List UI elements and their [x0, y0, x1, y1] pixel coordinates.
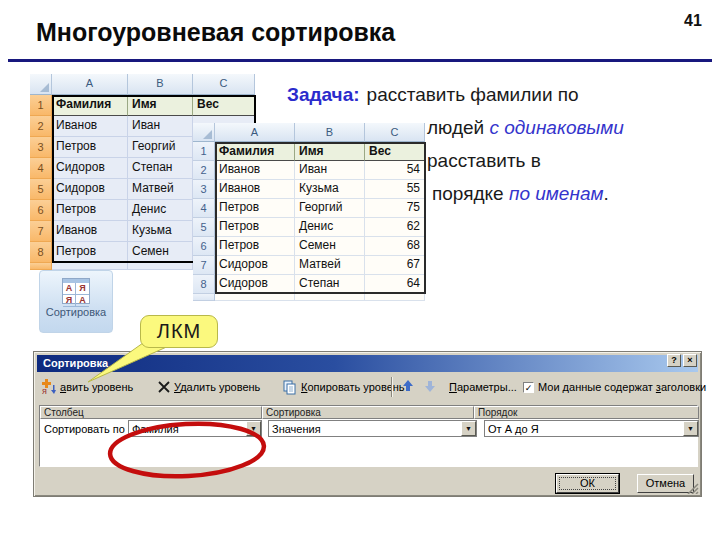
- row-header[interactable]: 8: [30, 242, 52, 263]
- move-up-button[interactable]: [400, 379, 416, 395]
- resize-grip[interactable]: [687, 483, 699, 494]
- table-cell-header[interactable]: Вес: [365, 142, 425, 161]
- row-header[interactable]: 1: [193, 142, 215, 161]
- table-cell[interactable]: 62: [365, 218, 425, 237]
- task-text-line2: людей с одинаковыми: [427, 117, 624, 139]
- select-all-corner[interactable]: [30, 74, 52, 95]
- row-header[interactable]: 3: [193, 180, 215, 199]
- table-cell[interactable]: Иванов: [215, 180, 295, 199]
- move-down-button[interactable]: [422, 379, 438, 395]
- table-cell-header[interactable]: Фамилия: [52, 95, 128, 116]
- table-cell[interactable]: 54: [365, 161, 425, 180]
- delete-level-label: далить уровень: [180, 381, 260, 393]
- table-cell[interactable]: [215, 294, 295, 301]
- row-header[interactable]: 1: [30, 95, 52, 116]
- row-header[interactable]: 6: [30, 200, 52, 221]
- table-cell[interactable]: Сидоров: [52, 179, 128, 200]
- table-cell[interactable]: Матвей: [295, 256, 365, 275]
- table-cell[interactable]: Сидоров: [52, 158, 128, 179]
- table-cell[interactable]: Денис: [128, 200, 193, 221]
- column-header[interactable]: A: [52, 74, 128, 95]
- table-cell[interactable]: Георгий: [295, 199, 365, 218]
- dialog-close-button[interactable]: ×: [683, 354, 697, 367]
- column-header[interactable]: C: [193, 74, 255, 95]
- table-cell-header[interactable]: Фамилия: [215, 142, 295, 161]
- row-header[interactable]: 2: [193, 161, 215, 180]
- table-cell[interactable]: 55: [365, 180, 425, 199]
- add-level-button[interactable]: я авить уровень: [41, 379, 133, 395]
- table-cell[interactable]: 75: [365, 199, 425, 218]
- table-cell[interactable]: Матвей: [128, 179, 193, 200]
- checkbox-checked-icon[interactable]: ✓: [523, 382, 534, 393]
- table-cell[interactable]: Иванов: [52, 221, 128, 242]
- table-cell[interactable]: [365, 294, 425, 301]
- has-headers-checkbox[interactable]: ✓ Мои данные содержат заголовки: [523, 379, 706, 395]
- toolbar-separator: [391, 377, 393, 397]
- table-cell[interactable]: [295, 294, 365, 301]
- dialog-titlebar[interactable]: Сортировка: [37, 355, 698, 372]
- page-title: Многоуровневая сортировка: [36, 18, 395, 47]
- chevron-down-icon[interactable]: ▼: [683, 421, 698, 436]
- options-button[interactable]: Параметры...: [449, 379, 517, 395]
- column-header[interactable]: B: [295, 123, 365, 142]
- table-cell[interactable]: Петров: [215, 237, 295, 256]
- row-header[interactable]: 7: [193, 256, 215, 275]
- row-header[interactable]: 5: [30, 179, 52, 200]
- row-header[interactable]: 4: [30, 158, 52, 179]
- table-cell[interactable]: Петров: [52, 200, 128, 221]
- table-cell[interactable]: 67: [365, 256, 425, 275]
- row-header[interactable]: 4: [193, 199, 215, 218]
- column-dropdown[interactable]: Фамилия ▼: [128, 420, 262, 437]
- dialog-help-button[interactable]: ?: [667, 354, 681, 367]
- row-header[interactable]: 3: [30, 137, 52, 158]
- cancel-button[interactable]: Отмена: [637, 474, 694, 493]
- table-cell[interactable]: Семен: [295, 237, 365, 256]
- order-dropdown[interactable]: От А до Я ▼: [484, 420, 699, 437]
- table-cell[interactable]: 64: [365, 275, 425, 294]
- row-header[interactable]: 7: [30, 221, 52, 242]
- table-cell[interactable]: Степан: [128, 158, 193, 179]
- select-all-corner[interactable]: [193, 123, 215, 142]
- table-cell[interactable]: [128, 263, 193, 270]
- table-cell[interactable]: Кузьма: [128, 221, 193, 242]
- table-cell[interactable]: Петров: [215, 199, 295, 218]
- table-cell[interactable]: Кузьма: [295, 180, 365, 199]
- table-cell[interactable]: Степан: [295, 275, 365, 294]
- table-cell[interactable]: Сидоров: [215, 256, 295, 275]
- ok-button[interactable]: ОК: [556, 474, 619, 493]
- chevron-down-icon[interactable]: ▼: [246, 421, 261, 436]
- column-header[interactable]: B: [128, 74, 193, 95]
- table-cell[interactable]: Сидоров: [215, 275, 295, 294]
- table-cell[interactable]: Денис: [295, 218, 365, 237]
- chevron-down-icon[interactable]: ▼: [461, 421, 476, 436]
- column-header[interactable]: C: [365, 123, 425, 142]
- table-cell[interactable]: Иван: [128, 116, 193, 137]
- table-cell[interactable]: Иванов: [52, 116, 128, 137]
- table-cell[interactable]: Петров: [52, 137, 128, 158]
- column-header[interactable]: A: [215, 123, 295, 142]
- table-cell[interactable]: Петров: [215, 218, 295, 237]
- table-cell[interactable]: [52, 263, 128, 270]
- table-cell[interactable]: 68: [365, 237, 425, 256]
- row-header[interactable]: 6: [193, 237, 215, 256]
- row-header-partial[interactable]: [193, 294, 215, 301]
- sort-on-dropdown[interactable]: Значения ▼: [268, 420, 477, 437]
- column-dropdown-value: Фамилия: [132, 423, 244, 435]
- copy-level-button[interactable]: Копировать уровень: [283, 379, 405, 395]
- table-cell[interactable]: Петров: [52, 242, 128, 263]
- table-cell-header[interactable]: Имя: [128, 95, 193, 116]
- ribbon-sort-button[interactable]: А Я Я А Сортировка: [39, 270, 113, 333]
- options-accel: П: [449, 381, 457, 393]
- table-cell[interactable]: Георгий: [128, 137, 193, 158]
- delete-level-button[interactable]: Удалить уровень: [158, 379, 260, 395]
- row-header[interactable]: 5: [193, 218, 215, 237]
- row-header[interactable]: 2: [30, 116, 52, 137]
- row-header-partial[interactable]: [30, 263, 52, 270]
- row-header[interactable]: 8: [193, 275, 215, 294]
- table-cell[interactable]: Иванов: [215, 161, 295, 180]
- arrow-down-icon: [423, 379, 437, 393]
- table-cell[interactable]: Иван: [295, 161, 365, 180]
- table-cell[interactable]: Семен: [128, 242, 193, 263]
- table-cell-header[interactable]: Имя: [295, 142, 365, 161]
- table-cell-header[interactable]: Вес: [193, 95, 255, 116]
